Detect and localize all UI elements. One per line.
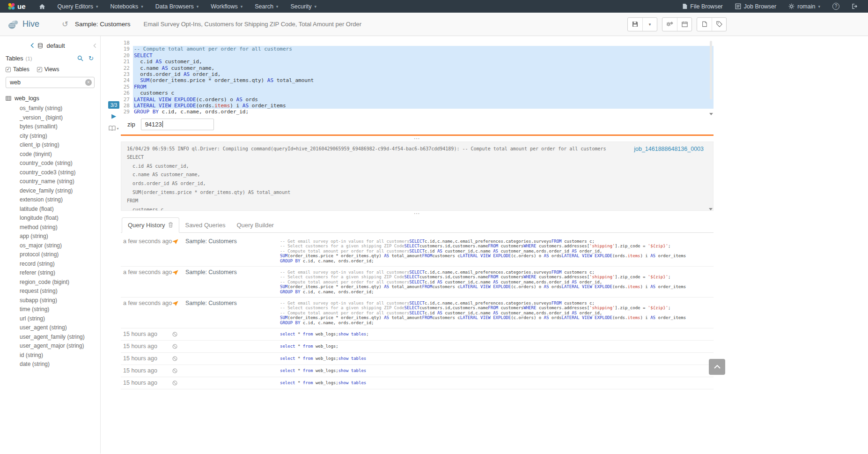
- logout-button[interactable]: [846, 0, 864, 13]
- misc-button-group: [697, 17, 727, 31]
- execute-button[interactable]: ▶: [111, 112, 116, 119]
- tags-button[interactable]: [712, 18, 726, 31]
- scrollbar-thumb[interactable]: [710, 41, 712, 99]
- tab-saved-queries[interactable]: Saved Queries: [179, 217, 231, 233]
- column-item[interactable]: id (string): [0, 351, 100, 360]
- column-item[interactable]: country_name (string): [0, 177, 100, 186]
- column-item[interactable]: extension (string): [0, 195, 100, 205]
- log-scrollbar[interactable]: [708, 142, 713, 210]
- resize-handle[interactable]: ⋯: [121, 136, 714, 141]
- menu-data-browsers[interactable]: Data Browsers▾: [149, 0, 205, 13]
- save-options-button[interactable]: ▾: [642, 18, 657, 31]
- menu-workflows[interactable]: Workflows▾: [205, 0, 249, 13]
- menu-security[interactable]: Security▾: [284, 0, 323, 13]
- column-item[interactable]: city (string): [0, 132, 100, 141]
- editor-line[interactable]: 21 c.id AS customer_id,: [121, 59, 714, 65]
- user-menu[interactable]: romain ▾: [782, 0, 826, 13]
- editor-line[interactable]: 26 customers c: [121, 90, 714, 96]
- column-item[interactable]: user_agent_major (string): [0, 342, 100, 351]
- column-item[interactable]: region_code (bigint): [0, 278, 100, 287]
- column-item[interactable]: os_major (string): [0, 241, 100, 251]
- back-chevron-icon[interactable]: [30, 43, 34, 48]
- column-item[interactable]: country_code (string): [0, 159, 100, 168]
- database-name[interactable]: default: [46, 42, 65, 49]
- column-item[interactable]: device_family (string): [0, 186, 100, 196]
- editor-line[interactable]: 19-- Compute total amount per order for …: [121, 46, 714, 52]
- column-item[interactable]: request (string): [0, 287, 100, 296]
- table-item-web-logs[interactable]: web_logs: [0, 95, 100, 102]
- search-icon[interactable]: [77, 55, 83, 61]
- menu-search[interactable]: Search▾: [249, 0, 284, 13]
- history-row[interactable]: 15 hours agoselect * from web_logs;show …: [121, 353, 714, 365]
- zip-variable-input[interactable]: 94123: [141, 119, 214, 130]
- column-item[interactable]: latitude (float): [0, 205, 100, 214]
- editor-line[interactable]: 29GROUP BY c.id, c.name, ords.order_id;: [121, 109, 714, 115]
- column-item[interactable]: os_family (string): [0, 104, 100, 113]
- scroll-to-top-button[interactable]: [709, 359, 725, 375]
- hue-logo[interactable]: ue: [0, 2, 33, 10]
- hive-app-link[interactable]: Hive: [0, 19, 55, 30]
- scroll-down-icon[interactable]: [709, 113, 713, 115]
- new-query-button[interactable]: [697, 18, 712, 31]
- column-item[interactable]: client_ip (string): [0, 141, 100, 150]
- editor-line[interactable]: 22 c.name AS customer_name,: [121, 65, 714, 71]
- column-item[interactable]: time (string): [0, 305, 100, 314]
- history-row[interactable]: 15 hours agoselect * from web_logs;show …: [121, 328, 714, 341]
- file-browser-button[interactable]: File Browser: [676, 0, 728, 13]
- menu-notebooks[interactable]: Notebooks▾: [104, 0, 149, 13]
- schedule-button[interactable]: [677, 18, 691, 31]
- tab-query-history[interactable]: Query History: [122, 217, 179, 233]
- editor-line[interactable]: 18: [121, 40, 714, 46]
- resize-handle[interactable]: ⋯: [121, 211, 714, 216]
- column-item[interactable]: user_agent (string): [0, 323, 100, 333]
- clear-history-icon[interactable]: [168, 222, 173, 228]
- history-row[interactable]: a few seconds agoSample: Customers-- Get…: [121, 267, 714, 298]
- app-name: Hive: [22, 19, 39, 29]
- column-item[interactable]: _version_ (bigint): [0, 113, 100, 123]
- column-item[interactable]: bytes (smallint): [0, 122, 100, 132]
- editor-line[interactable]: 20SELECT: [121, 52, 714, 59]
- context-button[interactable]: ▾: [109, 126, 118, 131]
- editor-line[interactable]: 28LATERAL VIEW EXPLODE(ords.items) i AS …: [121, 103, 714, 109]
- save-button[interactable]: [628, 18, 642, 31]
- scroll-down-icon[interactable]: [709, 208, 713, 210]
- menu-query-editors[interactable]: Query Editors▾: [51, 0, 104, 13]
- filter-views-checkbox[interactable]: ✓ Views: [37, 66, 59, 73]
- column-item[interactable]: country_code3 (string): [0, 168, 100, 178]
- help-button[interactable]: ?: [826, 0, 846, 13]
- editor-scrollbar[interactable]: [708, 40, 714, 115]
- history-row[interactable]: 15 hours agoselect * from web_logs;show …: [121, 365, 714, 377]
- tab-query-builder[interactable]: Query Builder: [231, 217, 279, 233]
- column-item[interactable]: url (string): [0, 314, 100, 324]
- history-row[interactable]: 15 hours agoselect * from web_logs;show …: [121, 377, 714, 389]
- refresh-icon[interactable]: ↻: [88, 55, 94, 61]
- job-browser-button[interactable]: Job Browser: [729, 0, 782, 13]
- column-item[interactable]: subapp (string): [0, 296, 100, 305]
- collapse-sidebar-icon[interactable]: [93, 43, 96, 48]
- clear-search-icon[interactable]: ×: [85, 79, 92, 86]
- editor-line[interactable]: 23 ords.order_id AS order_id,: [121, 71, 714, 77]
- sql-editor[interactable]: 1819-- Compute total amount per order fo…: [121, 40, 714, 115]
- column-item[interactable]: date (string): [0, 360, 100, 369]
- history-time: a few seconds ago: [121, 269, 172, 276]
- column-item[interactable]: protocol (string): [0, 250, 100, 260]
- table-search-input[interactable]: [6, 77, 95, 88]
- column-item[interactable]: longitude (float): [0, 214, 100, 223]
- column-item[interactable]: record (string): [0, 260, 100, 269]
- column-item[interactable]: code (tinyint): [0, 150, 100, 159]
- history-row[interactable]: 15 hours agoselect * from web_logs;: [121, 341, 714, 353]
- filter-tables-checkbox[interactable]: ✓ Tables: [6, 66, 29, 73]
- job-link[interactable]: job_1461888648136_0003: [634, 146, 704, 152]
- column-item[interactable]: user_agent_family (string): [0, 333, 100, 342]
- query-history-icon[interactable]: ↺: [55, 20, 75, 29]
- column-item[interactable]: referer (string): [0, 268, 100, 278]
- history-row[interactable]: a few seconds agoSample: Customers-- Get…: [121, 236, 714, 267]
- column-item[interactable]: app (string): [0, 232, 100, 241]
- home-button[interactable]: [33, 0, 51, 13]
- editor-line[interactable]: 27LATERAL VIEW EXPLODE(c.orders) o AS or…: [121, 97, 714, 103]
- editor-line[interactable]: 24 SUM(order_items.price * order_items.q…: [121, 77, 714, 83]
- history-row[interactable]: a few seconds agoSample: Customers-- Get…: [121, 298, 714, 328]
- query-settings-button[interactable]: [662, 18, 677, 31]
- column-item[interactable]: method (string): [0, 223, 100, 232]
- editor-line[interactable]: 25FROM: [121, 84, 714, 90]
